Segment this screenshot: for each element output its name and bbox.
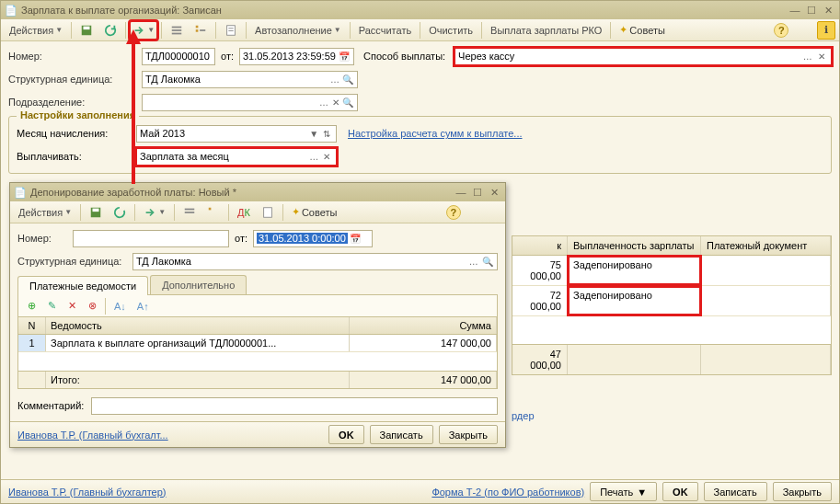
main-footer: Иванова Т.Р. (Главный бухгалтер) Форма Т… xyxy=(1,479,839,503)
main-toolbar: Действия▼ ▼ Автозаполнение▼ Рассчитать О… xyxy=(1,19,839,41)
modal-tabs: Платежные ведомости Дополнительно xyxy=(17,275,498,295)
edit-icon[interactable]: ✎ xyxy=(42,297,61,315)
org-input[interactable]: … 🔍 xyxy=(132,253,498,270)
close-icon[interactable]: ✕ xyxy=(487,186,501,199)
report-icon[interactable] xyxy=(220,21,242,40)
dropdown-icon[interactable]: ▼ xyxy=(307,126,320,141)
refresh-icon[interactable] xyxy=(99,21,121,40)
svg-rect-6 xyxy=(196,29,199,32)
tab-additional[interactable]: Дополнительно xyxy=(150,275,247,294)
delete-icon[interactable]: ✕ xyxy=(63,297,81,315)
actions-menu[interactable]: Действия▼ xyxy=(14,203,76,222)
table-row[interactable]: 72 000,00 Задепонировано xyxy=(512,286,831,316)
col-sum[interactable]: Сумма xyxy=(350,317,497,334)
method-label: Способ выплаты: xyxy=(363,51,445,62)
calc-settings-link[interactable]: Настройка расчета сумм к выплате... xyxy=(348,128,523,139)
number-input[interactable] xyxy=(73,230,229,247)
print-button[interactable]: Печать▼ xyxy=(590,482,657,501)
tips-button[interactable]: ✦Советы xyxy=(615,21,767,40)
ellipsis-icon[interactable]: … xyxy=(800,49,814,63)
dtkt-icon[interactable]: ДК xyxy=(233,203,255,222)
clear-icon[interactable]: ✕ xyxy=(320,149,333,164)
tree-icon[interactable] xyxy=(202,203,224,222)
save-button[interactable]: Записать xyxy=(370,425,433,444)
navigate-icon[interactable]: ▼ xyxy=(139,203,170,222)
calendar-icon[interactable]: 📅 xyxy=(338,49,351,63)
ellipsis-icon[interactable]: … xyxy=(328,72,341,86)
report-icon[interactable] xyxy=(257,203,279,222)
date-input[interactable]: 📅 xyxy=(239,48,354,65)
table-row[interactable]: 1 Зарплата к выплате организаций ТДЛ0000… xyxy=(18,335,497,352)
minimize-icon[interactable]: — xyxy=(454,186,468,199)
user-link[interactable]: Иванова Т.Р. (Главный бухгалтер) xyxy=(8,487,167,498)
save-button[interactable]: Записать xyxy=(704,482,767,501)
svg-rect-1 xyxy=(84,26,90,29)
svg-rect-15 xyxy=(209,207,212,210)
clear-icon[interactable]: ✕ xyxy=(814,49,828,63)
search-icon[interactable]: 🔍 xyxy=(342,95,354,109)
maximize-icon[interactable]: ☐ xyxy=(804,4,819,17)
help-button[interactable]: ? xyxy=(442,203,466,222)
autofill-menu[interactable]: Автозаполнение▼ xyxy=(250,21,346,40)
clear-all-icon[interactable]: ⊗ xyxy=(83,297,101,315)
ellipsis-icon[interactable]: … xyxy=(466,254,480,269)
grid-toolbar: ⊕ ✎ ✕ ⊗ A↓ A↑ xyxy=(17,295,498,317)
payout-button[interactable]: Выплата зарплаты РКО xyxy=(486,21,606,40)
number-label: Номер: xyxy=(17,233,73,244)
list-icon[interactable] xyxy=(166,21,188,40)
ok-button[interactable]: OK xyxy=(328,425,364,444)
ok-button[interactable]: OK xyxy=(662,482,698,501)
user-link[interactable]: Иванова Т.Р. (Главный бухгалт... xyxy=(17,430,168,441)
stepper-icon[interactable]: ⇅ xyxy=(320,126,333,141)
payment-status-grid: к Выплаченность зарплаты Платежный докум… xyxy=(512,235,832,375)
close-button[interactable]: Закрыть xyxy=(773,482,832,501)
month-input[interactable]: ▼ ⇅ xyxy=(136,125,337,143)
tab-statements[interactable]: Платежные ведомости xyxy=(17,276,148,295)
date-input[interactable]: 31.05.2013 0:00:00📅 xyxy=(253,230,373,247)
modal-titlebar: 📄 Депонирование заработной платы: Новый … xyxy=(10,183,505,201)
refresh-icon[interactable] xyxy=(109,203,131,222)
payment-method-input[interactable]: … ✕ xyxy=(455,48,832,65)
col-doc[interactable]: Ведомость xyxy=(46,317,350,334)
ellipsis-icon[interactable]: … xyxy=(317,95,329,109)
tree-icon[interactable] xyxy=(190,21,212,40)
info-icon[interactable]: ℹ xyxy=(817,21,835,40)
sort-desc-icon[interactable]: A↑ xyxy=(132,297,154,315)
form-link[interactable]: Форма Т-2 (по ФИО работников) xyxy=(432,487,584,498)
calendar-icon[interactable]: 📅 xyxy=(348,231,362,246)
doc-icon: 📄 xyxy=(5,4,17,17)
search-icon[interactable]: 🔍 xyxy=(480,254,494,269)
col-n[interactable]: N xyxy=(18,317,46,334)
minimize-icon[interactable]: — xyxy=(788,4,802,17)
list-icon[interactable] xyxy=(178,203,201,222)
org-input[interactable]: … 🔍 xyxy=(142,71,358,88)
number-input[interactable] xyxy=(142,48,215,65)
col-status[interactable]: Выплаченность зарплаты xyxy=(568,236,701,255)
pay-type-input[interactable]: … ✕ xyxy=(136,148,337,166)
clear-icon[interactable]: ✕ xyxy=(330,95,342,109)
help-button[interactable]: ? xyxy=(769,21,793,40)
save-icon[interactable] xyxy=(75,21,98,40)
table-row[interactable]: 75 000,00 Задепонировано xyxy=(512,256,831,286)
col-sum[interactable]: к xyxy=(512,236,568,255)
main-titlebar: 📄 Зарплата к выплате организаций: Записа… xyxy=(1,1,839,19)
close-icon[interactable]: ✕ xyxy=(821,4,835,17)
close-button[interactable]: Закрыть xyxy=(439,425,498,444)
svg-rect-2 xyxy=(172,26,182,28)
navigate-button[interactable]: ▼ xyxy=(130,21,157,40)
maximize-icon[interactable]: ☐ xyxy=(470,186,485,199)
comment-input[interactable] xyxy=(91,397,498,415)
dept-input[interactable]: … ✕ 🔍 xyxy=(142,94,358,111)
save-icon[interactable] xyxy=(85,203,107,222)
tips-button[interactable]: ✦Советы xyxy=(287,203,440,222)
comment-label: Комментарий: xyxy=(17,400,91,411)
calculate-button[interactable]: Рассчитать xyxy=(354,21,416,40)
sort-asc-icon[interactable]: A↓ xyxy=(109,297,131,315)
clear-button[interactable]: Очистить xyxy=(424,21,478,40)
add-icon[interactable]: ⊕ xyxy=(22,297,40,315)
ellipsis-icon[interactable]: … xyxy=(307,149,320,164)
col-paydoc[interactable]: Платежный документ xyxy=(701,236,831,255)
doc-icon: 📄 xyxy=(14,186,27,199)
search-icon[interactable]: 🔍 xyxy=(341,72,354,86)
actions-menu[interactable]: Действия▼ xyxy=(5,21,67,40)
